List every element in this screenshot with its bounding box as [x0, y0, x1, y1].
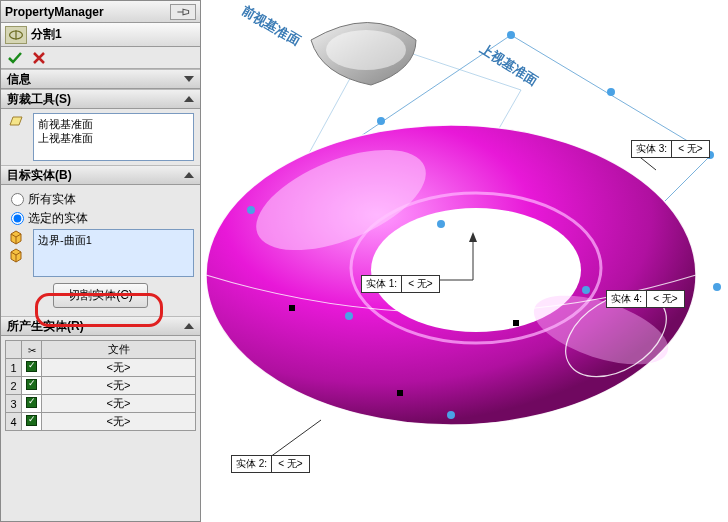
chevron-up-icon — [184, 323, 194, 329]
section-trim-header[interactable]: 剪裁工具(S) — [1, 89, 200, 109]
table-row[interactable]: 2<无> — [6, 377, 196, 395]
plane-handle[interactable] — [607, 88, 615, 96]
body-callout[interactable]: 实体 2: < 无> — [231, 455, 310, 473]
section-trim-body: 前视基准面 上视基准面 — [1, 109, 200, 165]
list-item[interactable]: 前视基准面 — [38, 117, 189, 131]
body-callout[interactable]: 实体 3: < 无> — [631, 140, 710, 158]
section-results-header[interactable]: 所产生实体(R) — [1, 316, 200, 336]
checkbox-checked-icon[interactable] — [26, 379, 37, 390]
cancel-button[interactable] — [31, 50, 47, 66]
table-row[interactable]: 1<无> — [6, 359, 196, 377]
section-target-header[interactable]: 目标实体(B) — [1, 165, 200, 185]
body-icon — [7, 247, 25, 263]
trim-tools-list[interactable]: 前视基准面 上视基准面 — [33, 113, 194, 161]
plane-handle[interactable] — [437, 220, 445, 228]
table-row[interactable]: 3<无> — [6, 395, 196, 413]
chevron-up-icon — [184, 96, 194, 102]
pm-header: PropertyManager — [1, 1, 200, 23]
checkbox-checked-icon[interactable] — [26, 415, 37, 426]
cut-bodies-button[interactable]: 切割实体(C) — [53, 283, 148, 308]
plane-handle[interactable] — [582, 286, 590, 294]
plane-handle[interactable] — [377, 117, 385, 125]
section-target-body: 所有实体 选定的实体 边界-曲面1 切割实体(C) — [1, 185, 200, 316]
plane-handle[interactable] — [447, 411, 455, 419]
svg-rect-11 — [289, 305, 295, 311]
plane-handle[interactable] — [345, 312, 353, 320]
radio-all-bodies[interactable]: 所有实体 — [7, 191, 194, 208]
plane-handle[interactable] — [713, 283, 721, 291]
list-item[interactable]: 边界-曲面1 — [38, 233, 189, 247]
pin-icon[interactable] — [170, 4, 196, 20]
model-render — [201, 0, 728, 522]
svg-point-9 — [326, 30, 406, 70]
section-info-header[interactable]: 信息 — [1, 69, 200, 89]
section-results-body: ✂ 文件 1<无> 2<无> 3<无> 4<无> — [1, 336, 200, 433]
pm-title: PropertyManager — [5, 5, 170, 19]
feature-title-bar: 分割1 — [1, 23, 200, 47]
chevron-down-icon — [184, 76, 194, 82]
table-row[interactable]: 4<无> — [6, 413, 196, 431]
plane-handle[interactable] — [507, 31, 515, 39]
graphics-viewport[interactable]: 前视基准面 上视基准面 实体 1: < 无> 实体 2: < 无> 实体 3: … — [201, 0, 728, 522]
svg-rect-13 — [513, 320, 519, 326]
list-item[interactable]: 上视基准面 — [38, 131, 189, 145]
split-feature-icon — [5, 26, 27, 44]
property-manager-panel: PropertyManager 分割1 信息 剪裁工具(S) 前视基准面 上视基… — [0, 0, 201, 522]
body-callout[interactable]: 实体 1: < 无> — [361, 275, 440, 293]
scissors-icon: ✂ — [28, 345, 36, 356]
radio-selected-bodies[interactable]: 选定的实体 — [7, 210, 194, 227]
chevron-up-icon — [184, 172, 194, 178]
results-table: ✂ 文件 1<无> 2<无> 3<无> 4<无> — [5, 340, 196, 431]
feature-name: 分割1 — [31, 26, 62, 43]
checkbox-checked-icon[interactable] — [26, 361, 37, 372]
table-header-row: ✂ 文件 — [6, 341, 196, 359]
checkbox-checked-icon[interactable] — [26, 397, 37, 408]
svg-rect-12 — [397, 390, 403, 396]
ok-button[interactable] — [7, 50, 23, 66]
confirm-bar — [1, 47, 200, 69]
body-callout[interactable]: 实体 4: < 无> — [606, 290, 685, 308]
plane-icon — [7, 113, 25, 129]
body-icon — [7, 229, 25, 245]
plane-handle[interactable] — [247, 206, 255, 214]
target-bodies-list[interactable]: 边界-曲面1 — [33, 229, 194, 277]
